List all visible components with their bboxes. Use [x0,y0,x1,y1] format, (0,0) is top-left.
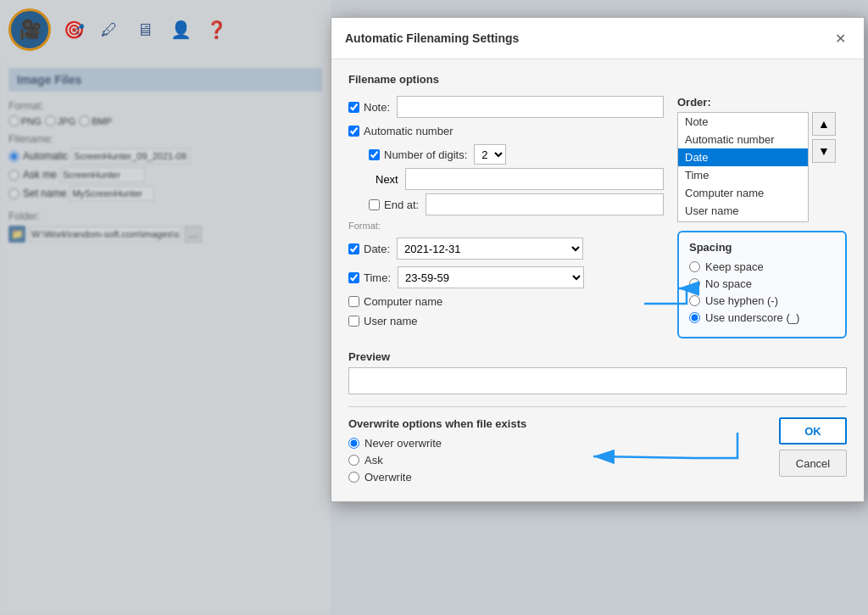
overwrite-never-row: Never overwrite [348,437,779,450]
time-checkbox[interactable] [348,272,359,283]
date-checkbox-label[interactable]: Date: [348,243,390,255]
user-name-row: User name [348,315,664,327]
right-column: Order: Note Automatic number Date Time C… [677,96,847,338]
spacing-hyphen-row: Use hyphen (-) [689,294,835,307]
overwrite-ask-label: Ask [364,454,383,467]
end-at-checkbox-label[interactable]: End at: [369,198,419,211]
spacing-hyphen-radio[interactable] [689,295,700,306]
spacing-underscore-label: Use underscore (_) [705,311,799,324]
overwrite-overwrite-row: Overwrite [348,471,779,484]
time-label: Time: [364,271,391,284]
overwrite-overwrite-radio[interactable] [348,472,359,483]
note-checkbox-label[interactable]: Note: [348,101,390,114]
automatic-filenaming-dialog: Automatic Filenaming Settings ✕ Filename… [331,17,865,502]
end-at-checkbox[interactable] [369,199,380,210]
digits-checkbox[interactable] [369,149,380,160]
next-row: Next 9 [369,168,664,190]
date-checkbox[interactable] [348,243,359,254]
time-checkbox-label[interactable]: Time: [348,271,391,284]
time-row: Time: 23-59-59 12:59:59 PM [348,266,664,288]
overwrite-section: Overwrite options when file exists Never… [348,406,847,488]
spacing-keep-space-row: Keep space [689,260,835,273]
spacing-underscore-radio[interactable] [689,312,700,323]
dialog-close-button[interactable]: ✕ [830,28,850,48]
date-format-label-row: Format: [348,221,664,231]
overwrite-ask-row: Ask [348,454,779,467]
ok-button[interactable]: OK [779,417,847,444]
spacing-no-space-row: No space [689,277,835,290]
order-label: Order: [677,96,847,109]
next-input[interactable]: 9 [405,168,664,190]
preview-input[interactable]: ScreenHunter_09_2021-08-12_22-24-31.png [348,367,847,394]
automatic-number-checkbox[interactable] [348,126,359,137]
digits-indent: Number of digits: 2 3 4 Next 9 [369,144,664,215]
user-name-checkbox-label[interactable]: User name [348,315,418,327]
date-section: Format: Date: 2021-12-31 12-31-2021 31-1… [348,221,664,260]
note-checkbox[interactable] [348,102,359,113]
date-label: Date: [364,243,390,255]
spacing-box: Spacing Keep space No space Use hyphen (… [677,231,847,338]
order-item-computer[interactable]: Computer name [678,184,808,202]
computer-name-label: Computer name [364,295,442,308]
spacing-underscore-row: Use underscore (_) [689,311,835,324]
dialog-title: Automatic Filenaming Settings [345,31,519,45]
dialog-columns: Note: ScreenHunter Automatic number [348,96,847,338]
spacing-hyphen-label: Use hyphen (-) [705,294,778,307]
order-item-date[interactable]: Date [678,148,808,166]
order-item-auto-number[interactable]: Automatic number [678,131,808,148]
automatic-number-row: Automatic number [348,125,664,137]
overwrite-buttons: OK Cancel [779,417,847,477]
spacing-keep-space-label: Keep space [705,260,764,273]
filename-options-title: Filename options [348,73,847,86]
end-at-input[interactable]: 99999 [426,193,664,215]
time-format-select[interactable]: 23-59-59 12:59:59 PM [398,266,584,288]
automatic-number-checkbox-label[interactable]: Automatic number [348,125,453,137]
dialog-title-bar: Automatic Filenaming Settings ✕ [331,18,864,59]
spacing-title: Spacing [689,241,835,254]
user-name-checkbox[interactable] [348,316,359,327]
next-label: Next [376,173,398,186]
note-row: Note: ScreenHunter [348,96,664,118]
left-column: Note: ScreenHunter Automatic number [348,96,664,338]
overwrite-never-radio[interactable] [348,438,359,449]
digits-checkbox-label[interactable]: Number of digits: [369,148,467,161]
preview-label: Preview [348,350,847,363]
overwrite-never-label: Never overwrite [364,437,442,450]
end-at-label: End at: [384,198,419,211]
order-item-time[interactable]: Time [678,166,808,184]
date-format-select[interactable]: 2021-12-31 12-31-2021 31-12-2021 [397,238,583,260]
digits-label: Number of digits: [384,148,467,161]
note-input[interactable]: ScreenHunter [397,96,664,118]
spacing-keep-space-radio[interactable] [689,261,700,272]
computer-name-row: Computer name [348,295,664,308]
order-item-note[interactable]: Note [678,113,808,131]
order-down-button[interactable]: ▼ [812,139,836,163]
overwrite-title: Overwrite options when file exists [348,417,779,430]
computer-name-checkbox[interactable] [348,296,359,307]
user-name-label: User name [364,315,418,327]
date-row: Date: 2021-12-31 12-31-2021 31-12-2021 [348,238,664,260]
date-format-label: Format: [348,221,381,231]
overwrite-ask-radio[interactable] [348,455,359,466]
end-at-row: End at: 99999 [369,193,664,215]
digits-row: Number of digits: 2 3 4 [369,144,664,165]
cancel-button[interactable]: Cancel [779,450,847,477]
overwrite-overwrite-label: Overwrite [364,471,412,484]
spacing-no-space-label: No space [705,277,752,290]
dialog-body: Filename options Note: ScreenHunter Auto… [331,59,864,501]
overwrite-left: Overwrite options when file exists Never… [348,417,779,488]
preview-section: Preview ScreenHunter_09_2021-08-12_22-24… [348,350,847,394]
order-up-button[interactable]: ▲ [812,112,836,136]
digits-select[interactable]: 2 3 4 [474,144,506,165]
order-buttons: ▲ ▼ [812,112,836,222]
note-label: Note: [364,101,390,114]
order-list: Note Automatic number Date Time Computer… [677,112,809,222]
computer-name-checkbox-label[interactable]: Computer name [348,295,442,308]
spacing-no-space-radio[interactable] [689,278,700,289]
automatic-number-label: Automatic number [364,125,453,137]
order-container: Note Automatic number Date Time Computer… [677,112,847,222]
order-item-user[interactable]: User name [678,202,808,220]
